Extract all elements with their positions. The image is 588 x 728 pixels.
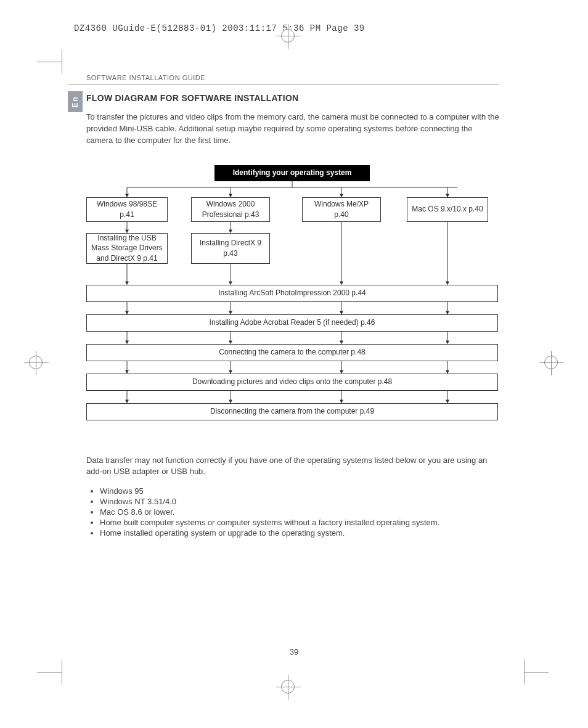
os-box-macos: Mac OS 9.x/10.x p.40 xyxy=(407,197,488,222)
list-item: Home built computer systems or computer … xyxy=(100,518,499,527)
diagram-header: Identifying your operating system xyxy=(214,165,370,181)
list-item: Windows NT 3.51/4.0 xyxy=(100,497,499,506)
row-arcsoft: Installing ArcSoft PhotoImpression 2000 … xyxy=(86,285,498,302)
registration-mark-right xyxy=(544,356,558,369)
intro-paragraph: To transfer the pictures and video clips… xyxy=(86,112,499,147)
list-item: Windows 95 xyxy=(100,486,499,496)
os-box-win98: Windows 98/98SE p.41 xyxy=(86,197,168,222)
os-box-win2000: Windows 2000 Professional p.43 xyxy=(191,197,270,222)
list-item: Home installed operating system or upgra… xyxy=(100,528,499,538)
page-title: FLOW DIAGRAM FOR SOFTWARE INSTALLATION xyxy=(86,93,499,103)
unsupported-os-list: Windows 95 Windows NT 3.51/4.0 Mac OS 8.… xyxy=(89,486,499,538)
section-label: SOFTWARE INSTALLATION GUIDE xyxy=(68,74,499,84)
registration-mark-top xyxy=(281,29,295,43)
crop-mark-bl xyxy=(37,660,62,684)
row-acrobat: Installing Adobe Acrobat Reader 5 (if ne… xyxy=(86,314,498,332)
registration-mark-left xyxy=(29,356,43,369)
row-disconnect: Disconnecting the camera from the comput… xyxy=(86,403,498,420)
flow-diagram: Identifying your operating system Window… xyxy=(86,165,499,430)
crop-mark-br xyxy=(524,660,549,684)
registration-mark-bottom xyxy=(281,680,295,693)
row-connect: Connecting the camera to the computer p.… xyxy=(86,344,498,361)
sub-box-usb-drivers: Installing the USB Mass Storage Drivers … xyxy=(86,233,168,264)
row-download: Downloading pictures and video clips ont… xyxy=(86,374,498,391)
os-box-winme: Windows Me/XP p.40 xyxy=(302,197,381,222)
compatibility-note: Data transfer may not function correctly… xyxy=(86,455,499,478)
crop-mark-tl xyxy=(37,49,62,74)
page-number: 39 xyxy=(0,647,588,656)
page-content: SOFTWARE INSTALLATION GUIDE FLOW DIAGRAM… xyxy=(68,74,499,539)
list-item: Mac OS 8.6 or lower. xyxy=(100,507,499,517)
sub-box-directx: Installing DirectX 9 p.43 xyxy=(191,233,270,264)
print-header: DZ4360 UGuide-E(512883-01) 2003:11:17 5:… xyxy=(74,23,365,33)
